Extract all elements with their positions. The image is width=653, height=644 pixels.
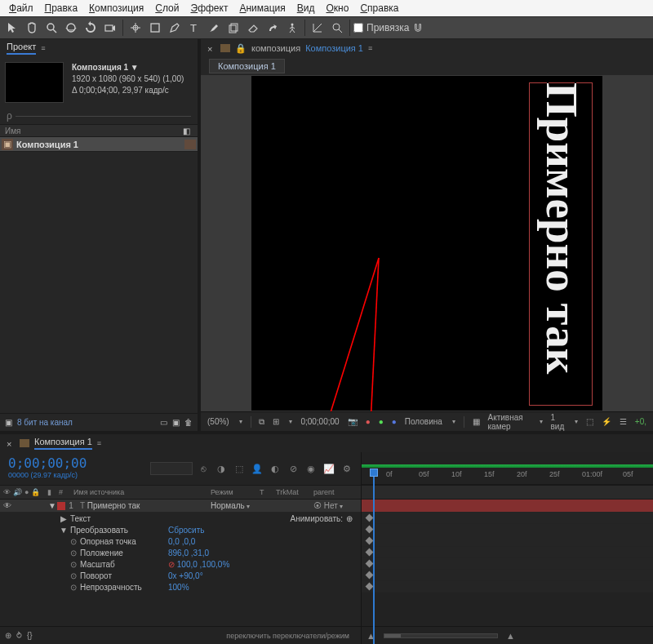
layer-color-chip[interactable] <box>57 502 65 510</box>
animate-arrow-icon[interactable]: ⊕ <box>346 514 353 523</box>
keyframe-marker[interactable] <box>366 549 374 557</box>
tl-icon-2[interactable]: ◑ <box>214 461 229 476</box>
zoom-tool[interactable] <box>42 19 60 37</box>
val-anchor[interactable]: 0,0 ,0,0 <box>168 537 195 546</box>
transform-reset[interactable]: Сбросить <box>168 526 204 535</box>
text-layer[interactable]: Примерно так <box>529 82 593 406</box>
viewer-subtab[interactable]: Композиция 1 <box>209 59 285 73</box>
tl-footer-icon-3[interactable]: {} <box>27 631 33 640</box>
stopwatch-rotation[interactable]: ⊙ <box>69 571 78 580</box>
camera-tool[interactable] <box>101 19 119 37</box>
stopwatch-opacity[interactable]: ⊙ <box>69 583 78 592</box>
pen-tool[interactable] <box>166 19 184 37</box>
pixel-aspect-icon[interactable]: ⬚ <box>586 417 593 426</box>
quality-dropdown[interactable]: Половина <box>405 417 442 426</box>
col-parent[interactable]: parent <box>313 488 361 496</box>
tl-icon-5[interactable]: ◐ <box>268 461 282 476</box>
keyframe-marker[interactable] <box>366 583 374 591</box>
shape-tool[interactable] <box>146 19 164 37</box>
val-position[interactable]: 896,0 ,31,0 <box>168 549 209 557</box>
viewer-menu-icon[interactable]: ≡ <box>368 44 372 52</box>
menu-composition[interactable]: Композиция <box>83 2 149 15</box>
fast-preview-icon[interactable]: ⚡ <box>602 417 611 426</box>
roto-tool[interactable] <box>264 19 282 37</box>
col-solo-icon[interactable]: ● <box>24 488 29 496</box>
switches-toggle[interactable]: переключить переключатели/режим <box>226 632 349 640</box>
close-icon[interactable]: × <box>207 44 215 52</box>
timeline-tab[interactable]: Композиция 1 <box>34 437 92 450</box>
bits-label[interactable]: 8 бит на канал <box>17 418 73 427</box>
menu-help[interactable]: Справка <box>354 2 404 15</box>
panel-menu-icon[interactable]: ≡ <box>41 44 45 52</box>
tl-menu-icon[interactable]: ≡ <box>97 439 101 447</box>
prop-position[interactable]: Положение <box>78 549 168 557</box>
prop-anchor[interactable]: Опорная точка <box>78 537 168 546</box>
selection-tool[interactable] <box>3 19 21 37</box>
new-comp-icon[interactable]: ▣ <box>172 418 180 427</box>
text-tool[interactable]: T <box>185 19 203 37</box>
val-opacity[interactable]: 100% <box>168 583 189 592</box>
layer-name[interactable]: T Примерно так <box>77 501 211 510</box>
viewer-crumb-2[interactable]: Композиция 1 <box>305 43 363 53</box>
eye-icon[interactable]: 👁 <box>3 501 13 510</box>
tl-search[interactable] <box>150 462 193 475</box>
menu-file[interactable]: Файл <box>3 2 39 15</box>
channel-icon[interactable]: ● <box>366 417 371 426</box>
tl-icon-6[interactable]: ⊘ <box>286 461 300 476</box>
col-mat[interactable]: TrkMat <box>276 488 313 496</box>
local-axis-tool[interactable] <box>309 19 326 37</box>
project-item[interactable]: ▣ Композиция 1 <box>0 137 198 152</box>
prop-opacity[interactable]: Непрозрачность <box>78 583 168 592</box>
layer-mode[interactable]: Нормаль▾ <box>211 501 260 510</box>
col-num[interactable]: # <box>59 488 70 496</box>
project-thumbnail[interactable] <box>5 62 64 103</box>
trash-icon[interactable]: 🗑 <box>184 418 193 427</box>
item-color-chip[interactable] <box>184 140 196 149</box>
keyframe-marker[interactable] <box>366 537 374 545</box>
menu-edit[interactable]: Правка <box>39 2 84 15</box>
puppet-tool[interactable] <box>283 19 301 37</box>
prop-scale[interactable]: Масштаб <box>78 560 168 569</box>
tl-icon-1[interactable]: ⎋ <box>196 461 211 476</box>
viewer-crumb-1[interactable]: композиция <box>251 43 300 53</box>
stopwatch-position[interactable]: ⊙ <box>69 549 78 557</box>
stopwatch-scale[interactable]: ⊙ <box>69 560 78 569</box>
tl-folder-icon[interactable] <box>20 439 29 447</box>
comp-title[interactable]: Композиция 1 ▼ <box>72 62 184 73</box>
col-label[interactable]: ▮ <box>47 488 59 496</box>
expand-icon[interactable]: +0, <box>635 417 646 426</box>
val-rotation[interactable]: 0x +90,0° <box>168 571 203 580</box>
tl-footer-icon-2[interactable]: ⥁ <box>16 631 22 640</box>
timeline-icon[interactable]: ☰ <box>620 417 627 426</box>
col-name[interactable]: Имя <box>5 127 180 135</box>
menu-effect[interactable]: Эффект <box>185 2 234 15</box>
keyframe-marker[interactable] <box>366 571 374 580</box>
keyframe-marker[interactable] <box>366 560 374 568</box>
text-twirl[interactable]: ▶ <box>59 514 69 523</box>
snapshot-icon[interactable]: 📷 <box>348 417 358 426</box>
val-scale[interactable]: ⊘ 100,0 ,100,0% <box>168 560 229 569</box>
pan-behind-tool[interactable] <box>127 19 144 37</box>
hand-tool[interactable] <box>23 19 41 37</box>
layer-twirl[interactable]: ▼ <box>47 501 57 510</box>
prop-rotation[interactable]: Поворот <box>78 571 168 580</box>
playhead[interactable] <box>370 469 378 477</box>
grid-icon[interactable]: ⊞ <box>273 417 279 426</box>
snap-checkbox[interactable] <box>353 23 363 33</box>
tl-motion-blur-icon[interactable]: ◉ <box>304 461 318 476</box>
interpret-footage-icon[interactable]: ▣ <box>5 418 12 427</box>
time-ruler[interactable]: 0f 05f 10f 15f 20f 25f 01:00f 05f 10f <box>362 452 653 485</box>
work-area-bar[interactable] <box>362 464 653 468</box>
view-layout-icon[interactable]: ▦ <box>473 417 480 426</box>
active-camera[interactable]: Активная камер <box>488 413 530 431</box>
lock-icon[interactable]: 🔒 <box>235 43 247 54</box>
layer-bar[interactable] <box>362 500 653 513</box>
num-views[interactable]: 1 вид <box>551 413 565 431</box>
col-trk[interactable]: T <box>260 488 276 496</box>
layer-parent[interactable]: ⦿ Нет▾ <box>313 501 361 510</box>
tl-icon-3[interactable]: ⬚ <box>232 461 247 476</box>
group-text[interactable]: Текст <box>69 514 168 523</box>
time-display[interactable]: 0;00;00;00 <box>300 417 339 426</box>
tl-icon-9[interactable]: ⚙ <box>340 461 354 476</box>
orbit-tool[interactable] <box>62 19 80 37</box>
